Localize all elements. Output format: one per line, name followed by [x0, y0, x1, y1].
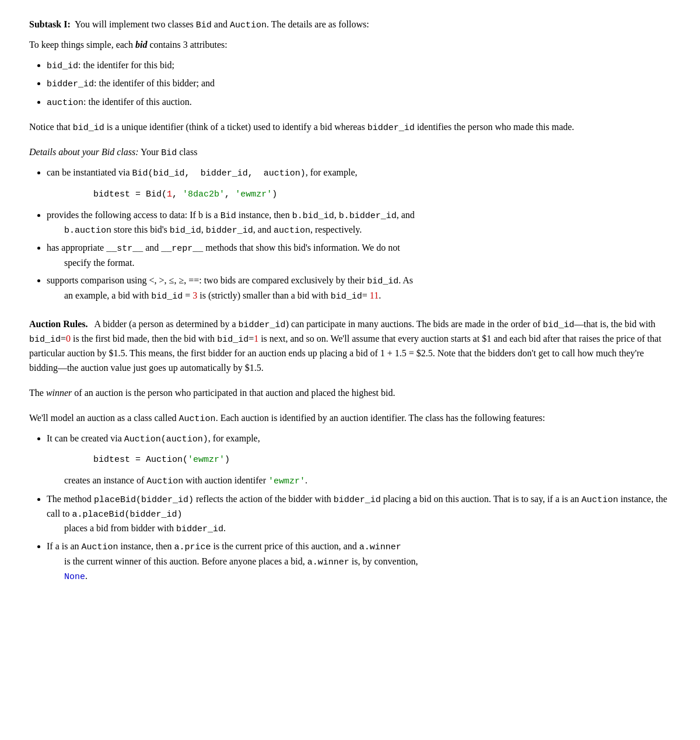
auction-creates-ref: Auction — [146, 476, 183, 486]
bid-attributes-list: bid_id: the identifer for this bid; bidd… — [41, 58, 671, 110]
bid-constructor: Bid(bid_id, bidder_id, auction) — [132, 169, 306, 178]
code-arg-1: 1 — [167, 190, 172, 199]
model-auction-para: We'll model an auction as a class called… — [29, 411, 671, 426]
bullet2-auction-cont: places a bid from bidder with bidder_id. — [64, 521, 671, 536]
code-var-bidtest: bidtest — [93, 190, 130, 199]
list-item-access: provides the following access to data: I… — [47, 208, 671, 238]
bid-id-one-ref: bid_id — [217, 335, 249, 345]
bullet2-continuation: b.auction store this bid's bid_id, bidde… — [64, 223, 671, 237]
simple-intro: To keep things simple, each bid contains… — [29, 38, 671, 52]
b-bidder-id: b.bidder_id — [339, 211, 397, 221]
bid-id-code: bid_id — [47, 61, 78, 71]
bid-id-zero-ref: bid_id — [29, 335, 61, 345]
list-item-str-repr: has appropriate __str__ and __repr__ met… — [47, 241, 671, 270]
bidder-id-place: bidder_id — [334, 495, 381, 505]
str-method: __str__ — [106, 244, 143, 254]
zero-value: 0 — [66, 334, 71, 343]
none-value: None — [64, 572, 85, 582]
bid-id-order: bid_id — [543, 320, 575, 330]
bid-id-value-11: 11 — [370, 290, 379, 300]
a-winner-2: a.winner — [307, 557, 349, 567]
bid-class-code: Bid — [161, 148, 177, 158]
bid-id-example2: bid_id — [331, 292, 362, 301]
auction-rules-para: Auction Rules. A bidder (a person as det… — [29, 317, 671, 376]
a-place-bid-call: a.placeBid(bidder_id) — [72, 510, 183, 520]
bullet3-none-line: None. — [64, 569, 671, 584]
bid-id-ref: bid_id — [170, 226, 201, 236]
creates-text: creates an instance of Auction with auct… — [64, 474, 671, 488]
bid-italic: bid — [135, 40, 147, 50]
code-var-bidtest-2: bidtest — [93, 455, 130, 465]
details-heading: Details about your Bid class: Your Bid c… — [29, 145, 671, 160]
list-item: bidder_id: the identifer of this bidder;… — [47, 76, 671, 91]
code-example-2: bidtest = Auction('ewmzr') — [93, 453, 671, 467]
code-arg-3: 'ewmzr' — [235, 190, 272, 199]
notice-paragraph: Notice that bid_id is a unique identifie… — [29, 120, 671, 135]
auction-ref: auction — [274, 226, 310, 236]
auction-code: auction — [47, 98, 83, 108]
b-bid-id: b.bid_id — [292, 211, 334, 221]
bid-class-ref: Bid — [220, 211, 236, 221]
bullet3-auction-cont: is the current winner of this auction. B… — [64, 555, 671, 569]
bid-id-example: bid_id — [151, 292, 183, 301]
repr-method: __repr__ — [161, 244, 203, 254]
bid-id-comparison: bid_id — [367, 276, 398, 286]
code-arg-2: '8dac2b' — [183, 190, 225, 199]
winner-para: The winner of an auction is the person w… — [29, 386, 671, 401]
bullet4-continuation: an example, a bid with bid_id = 3 is (st… — [64, 289, 671, 303]
auction-rules-label: Auction Rules. — [29, 319, 88, 329]
list-item-comparison: supports comparison using <, >, ≤, ≥, ==… — [47, 273, 671, 303]
bullet3-continuation: specify the format. — [64, 256, 671, 271]
bidder-id-code: bidder_id — [47, 79, 94, 89]
code-bid-call: Bid(1, '8dac2b', 'ewmzr') — [146, 190, 277, 199]
auction-instance-ref: Auction — [582, 495, 618, 505]
bidder-id-final: bidder_id — [176, 524, 223, 534]
winner-italic: winner — [46, 388, 72, 398]
subtask-intro: Subtask I: You will implement two classe… — [29, 17, 671, 32]
list-item-instantiate: can be instantiated via Bid(bid_id, bidd… — [47, 166, 671, 201]
one-value: 1 — [254, 334, 258, 343]
b-auction: b.auction — [64, 226, 111, 236]
place-bid-method: placeBid(bidder_id) — [94, 495, 194, 505]
auction-instance-ref2: Auction — [82, 542, 118, 552]
code-equals-2: = — [135, 455, 146, 465]
ewmzr-value: 'ewmzr' — [268, 476, 305, 486]
code-ewmzr-arg: 'ewmzr' — [188, 455, 225, 465]
a-winner: a.winner — [359, 542, 401, 552]
list-item: bid_id: the identifer for this bid; — [47, 58, 671, 73]
auction-class-list: It can be created via Auction(auction), … — [41, 432, 671, 584]
list-item-auction-create: It can be created via Auction(auction), … — [47, 432, 671, 489]
bid-id-value-3: 3 — [192, 290, 197, 300]
bidder-id-ref: bidder_id — [206, 226, 253, 236]
code-equals-1: = — [135, 190, 146, 199]
subtask-intro-text: You will implement two classes Bid and A… — [73, 19, 369, 29]
list-item-price-winner: If a is an Auction instance, then a.pric… — [47, 539, 671, 584]
list-item: auction: the identifer of this auction. — [47, 95, 671, 110]
auction-constructor: Auction(auction) — [124, 434, 208, 444]
list-item-place-bid: The method placeBid(bidder_id) reflects … — [47, 492, 671, 536]
auction-class-ref: Auction — [179, 414, 216, 424]
bid-id-notice: bid_id — [73, 123, 104, 133]
subtask-label: Subtask I: — [29, 19, 71, 29]
bidder-id-notice: bidder_id — [368, 123, 415, 133]
code-example-1: bidtest = Bid(1, '8dac2b', 'ewmzr') — [93, 188, 671, 201]
a-price: a.price — [174, 542, 211, 552]
details-italic: Details about your Bid class: — [29, 147, 139, 157]
bid-class-list: can be instantiated via Bid(bid_id, bidd… — [41, 166, 671, 303]
code-auction-call: Auction('ewmzr') — [146, 455, 230, 465]
main-content: Subtask I: You will implement two classe… — [29, 17, 671, 584]
bidder-id-auction: bidder_id — [239, 320, 286, 330]
